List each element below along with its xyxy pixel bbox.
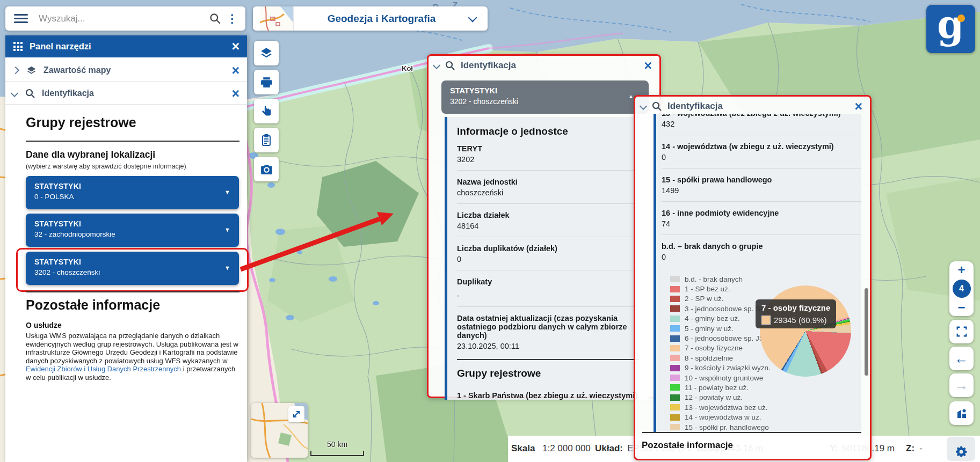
chevron-down-icon[interactable] bbox=[11, 90, 18, 97]
logo-dot bbox=[957, 14, 965, 22]
user-location-button[interactable] bbox=[949, 401, 974, 425]
geoportal-logo[interactable]: g bbox=[926, 5, 975, 53]
legend-item[interactable]: 10 - wspólnoty gruntowe bbox=[670, 373, 861, 383]
screenshot-tool-button[interactable] bbox=[254, 157, 279, 181]
identify-panel-detail: Identyfikacja × STATYSTYKI 3202 - choszc… bbox=[427, 54, 661, 398]
layer-title: STATYSTYKI bbox=[450, 86, 640, 95]
legend-item[interactable]: 14 - województwa w uż. bbox=[670, 412, 861, 422]
legend-swatch bbox=[670, 325, 680, 332]
layer-button-title: STATYSTYKI bbox=[34, 182, 230, 190]
layers-tool-button[interactable] bbox=[254, 41, 279, 65]
info-heading: Informacje o jednostce bbox=[457, 126, 639, 137]
legend-label: 11 - powiaty bez uż. bbox=[685, 384, 749, 392]
panel-subheading: Dane dla wybranej lokalizacji bbox=[26, 149, 155, 160]
forward-arrow-icon: → bbox=[955, 377, 969, 394]
close-icon[interactable]: × bbox=[644, 59, 652, 72]
overview-minimap[interactable] bbox=[251, 403, 308, 458]
legend-label: 9 - kościoły i związki wyzn. bbox=[685, 364, 771, 372]
tooltip-value: 29345 (60.9%) bbox=[774, 316, 826, 325]
minimap-expand-button[interactable] bbox=[288, 406, 304, 422]
layer-button-subtitle: 0 - POLSKA bbox=[34, 193, 230, 201]
field-label: TERYT bbox=[457, 144, 639, 153]
panel-title: Identyfikacja bbox=[667, 101, 723, 112]
dropdown-icon: ▼ bbox=[224, 265, 230, 271]
chevron-down-icon[interactable] bbox=[468, 13, 477, 22]
layer-result-header[interactable]: STATYSTYKI 3202 - choszczeński ▲ bbox=[441, 80, 649, 114]
clipboard-icon bbox=[260, 134, 273, 146]
zoom-level-badge: 4 bbox=[953, 280, 971, 298]
close-icon[interactable]: × bbox=[231, 40, 239, 53]
panel-title: Identyfikacja bbox=[461, 60, 516, 71]
identify-result-content: 13 - województwa (bez zbiegu z uż. wiecz… bbox=[654, 114, 861, 432]
legend-label: 7 - osoby fizyczne bbox=[685, 344, 743, 352]
map-profile-selector[interactable]: Geodezja i Kartografia bbox=[253, 6, 488, 31]
legend-label: 14 - województwa w uż. bbox=[685, 413, 761, 421]
legend-swatch bbox=[670, 365, 680, 371]
legend-label: 6 - jednoosobowe sp. JST bbox=[685, 334, 768, 342]
print-tool-button[interactable] bbox=[254, 70, 279, 94]
field-label: Nazwa jednostki bbox=[457, 178, 639, 186]
legend-label: 10 - wspólnoty gruntowe bbox=[685, 374, 763, 382]
more-info-footer[interactable]: Pozostałe informacje bbox=[642, 440, 733, 451]
close-icon[interactable]: × bbox=[854, 100, 862, 113]
z-label: Z: bbox=[906, 443, 914, 454]
fullscreen-button[interactable] bbox=[949, 320, 974, 343]
map-city-label: Koł bbox=[402, 64, 413, 72]
field-label: Liczba duplikatów (działek) bbox=[457, 244, 639, 253]
legend-label: 8 - spółdzielnie bbox=[685, 354, 733, 362]
identify-panel-header: Identyfikacja × bbox=[429, 56, 659, 75]
settings-button[interactable] bbox=[947, 437, 975, 461]
layers-icon bbox=[26, 65, 37, 76]
scrollbar-thumb[interactable] bbox=[865, 288, 868, 376]
legend-label: 12 - powiaty w uż. bbox=[685, 393, 743, 401]
clipboard-tool-button[interactable] bbox=[254, 128, 279, 152]
collapse-icon: ▲ bbox=[628, 93, 634, 99]
printer-icon bbox=[260, 76, 273, 89]
legend-swatch bbox=[670, 335, 680, 342]
scale-label: Skala bbox=[511, 443, 535, 454]
legend-label: 4 - gminy bez uż. bbox=[685, 314, 740, 322]
legend-label: 1 - SP bez uż. bbox=[685, 285, 730, 293]
history-forward-button[interactable]: → bbox=[949, 373, 974, 397]
field-label: Duplikaty bbox=[457, 277, 639, 286]
legend-swatch bbox=[670, 286, 680, 292]
layer-button-choszczenski[interactable]: STATYSTYKI 3202 - choszczeński ▼ bbox=[26, 252, 239, 285]
legend-swatch bbox=[670, 345, 680, 351]
close-icon[interactable]: × bbox=[231, 64, 239, 77]
menu-icon[interactable] bbox=[14, 14, 28, 24]
legend-item[interactable]: b.d. - brak danych bbox=[670, 274, 861, 284]
more-options-icon[interactable]: ⋮ bbox=[227, 13, 238, 24]
grid-icon bbox=[13, 42, 23, 51]
history-back-button[interactable]: ← bbox=[949, 347, 974, 370]
about-service-link[interactable]: Ewidencji Zbiorów i Usług Danych Przestr… bbox=[26, 365, 181, 373]
identify-result-content: Informacje o jednostce TERYT 3202 Nazwa … bbox=[445, 117, 649, 400]
legend-item[interactable]: 12 - powiaty w uż. bbox=[670, 393, 861, 402]
legend-swatch bbox=[670, 404, 680, 410]
legend-item[interactable]: 11 - powiaty bez uż. bbox=[670, 383, 861, 392]
chart-tooltip: 7 - osoby fizyczne 29345 (60.9%) bbox=[756, 299, 836, 328]
zoom-in-button[interactable]: + bbox=[957, 263, 965, 276]
camera-icon bbox=[260, 163, 273, 176]
logo-letter: g bbox=[937, 2, 964, 47]
profile-thumbnail bbox=[260, 6, 294, 31]
section-identify[interactable]: Identyfikacja × bbox=[5, 83, 247, 105]
layer-button-zachodniopomorskie[interactable]: STATYSTYKI 32 - zachodniopomorskie ▼ bbox=[26, 214, 239, 247]
group-value: 432 bbox=[662, 120, 861, 128]
layer-button-polska[interactable]: STATYSTYKI 0 - POLSKA ▼ bbox=[26, 176, 239, 209]
scalebar-bar bbox=[310, 451, 364, 456]
zoom-out-button[interactable]: − bbox=[957, 301, 965, 314]
identify-tool-button[interactable] bbox=[254, 99, 279, 123]
legend-item[interactable]: 15 - spółki pr. handlowego bbox=[670, 422, 861, 432]
search-input[interactable] bbox=[38, 13, 209, 25]
scrollable-results[interactable]: 13 - województwa (bez zbiegu z uż. wiecz… bbox=[662, 114, 861, 432]
tooltip-swatch bbox=[761, 316, 771, 325]
search-icon[interactable] bbox=[209, 12, 221, 25]
section-map-content[interactable]: Zawartość mapy × bbox=[5, 60, 247, 82]
chevron-right-icon[interactable] bbox=[12, 67, 19, 74]
gear-icon bbox=[954, 444, 969, 459]
layers-icon bbox=[259, 46, 273, 60]
legend-item[interactable]: 1 - SP bez uż. bbox=[670, 284, 861, 294]
legend-swatch bbox=[670, 355, 680, 361]
close-icon[interactable]: × bbox=[231, 87, 239, 100]
legend-item[interactable]: 13 - województwa bez uż. bbox=[670, 402, 861, 412]
